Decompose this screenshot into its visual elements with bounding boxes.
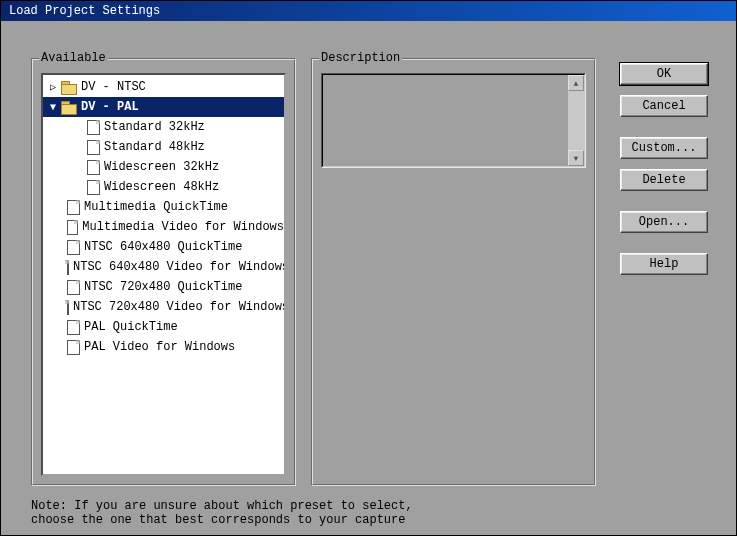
ok-button[interactable]: OK (620, 63, 708, 85)
available-group: Available ▷DV - NTSC▼DV - PALStandard 32… (31, 51, 296, 486)
button-column: OK Cancel Custom... Delete Open... Help (620, 63, 708, 285)
collapse-icon[interactable]: ▼ (47, 101, 59, 113)
file-icon (67, 340, 80, 355)
description-label: Description (319, 51, 402, 65)
file-icon (67, 300, 69, 315)
description-group: Description ▲ ▼ (311, 51, 596, 486)
tree-item-label: DV - PAL (81, 100, 139, 114)
file-icon (87, 160, 100, 175)
preset-tree[interactable]: ▷DV - NTSC▼DV - PALStandard 32kHzStandar… (41, 73, 286, 476)
help-button[interactable]: Help (620, 253, 708, 275)
tree-item-label: Multimedia QuickTime (84, 200, 228, 214)
tree-item[interactable]: Multimedia Video for Windows (43, 217, 284, 237)
tree-item[interactable]: NTSC 640x480 Video for Windows (43, 257, 284, 277)
tree-item[interactable]: Widescreen 32kHz (43, 157, 284, 177)
tree-item-label: DV - NTSC (81, 80, 146, 94)
tree-folder[interactable]: ▼DV - PAL (43, 97, 284, 117)
tree-item-label: Multimedia Video for Windows (82, 220, 284, 234)
file-icon (87, 180, 100, 195)
available-label: Available (39, 51, 108, 65)
file-icon (87, 120, 100, 135)
file-icon (67, 220, 78, 235)
tree-item-label: Widescreen 32kHz (104, 160, 219, 174)
note-text: Note: If you are unsure about which pres… (31, 499, 413, 527)
titlebar: Load Project Settings (1, 1, 736, 21)
folder-icon (61, 101, 77, 114)
file-icon (67, 240, 80, 255)
tree-item[interactable]: Standard 32kHz (43, 117, 284, 137)
file-icon (67, 200, 80, 215)
tree-item-label: NTSC 640x480 Video for Windows (73, 260, 286, 274)
dialog-content: Available ▷DV - NTSC▼DV - PALStandard 32… (1, 21, 736, 535)
tree-item[interactable]: PAL Video for Windows (43, 337, 284, 357)
folder-icon (61, 81, 77, 94)
tree-item-label: Standard 32kHz (104, 120, 205, 134)
tree-item-label: NTSC 720x480 QuickTime (84, 280, 242, 294)
tree-item[interactable]: Standard 48kHz (43, 137, 284, 157)
open-button[interactable]: Open... (620, 211, 708, 233)
description-box[interactable]: ▲ ▼ (321, 73, 586, 168)
delete-button[interactable]: Delete (620, 169, 708, 191)
tree-item[interactable]: NTSC 720x480 Video for Windows (43, 297, 284, 317)
tree-item[interactable]: NTSC 720x480 QuickTime (43, 277, 284, 297)
scroll-down-icon[interactable]: ▼ (568, 150, 584, 166)
tree-item-label: Widescreen 48kHz (104, 180, 219, 194)
tree-folder[interactable]: ▷DV - NTSC (43, 77, 284, 97)
description-scrollbar[interactable]: ▲ ▼ (568, 75, 584, 166)
load-project-settings-dialog: Load Project Settings Available ▷DV - NT… (0, 0, 737, 536)
scroll-up-icon[interactable]: ▲ (568, 75, 584, 91)
file-icon (67, 320, 80, 335)
window-title: Load Project Settings (9, 4, 160, 18)
tree-item[interactable]: Widescreen 48kHz (43, 177, 284, 197)
expand-icon[interactable]: ▷ (47, 81, 59, 93)
tree-item-label: PAL QuickTime (84, 320, 178, 334)
file-icon (67, 260, 69, 275)
tree-item-label: NTSC 720x480 Video for Windows (73, 300, 286, 314)
tree-item[interactable]: PAL QuickTime (43, 317, 284, 337)
file-icon (67, 280, 80, 295)
tree-item-label: PAL Video for Windows (84, 340, 235, 354)
tree-item-label: NTSC 640x480 QuickTime (84, 240, 242, 254)
tree-item[interactable]: NTSC 640x480 QuickTime (43, 237, 284, 257)
cancel-button[interactable]: Cancel (620, 95, 708, 117)
tree-item[interactable]: Multimedia QuickTime (43, 197, 284, 217)
custom-button[interactable]: Custom... (620, 137, 708, 159)
file-icon (87, 140, 100, 155)
tree-item-label: Standard 48kHz (104, 140, 205, 154)
